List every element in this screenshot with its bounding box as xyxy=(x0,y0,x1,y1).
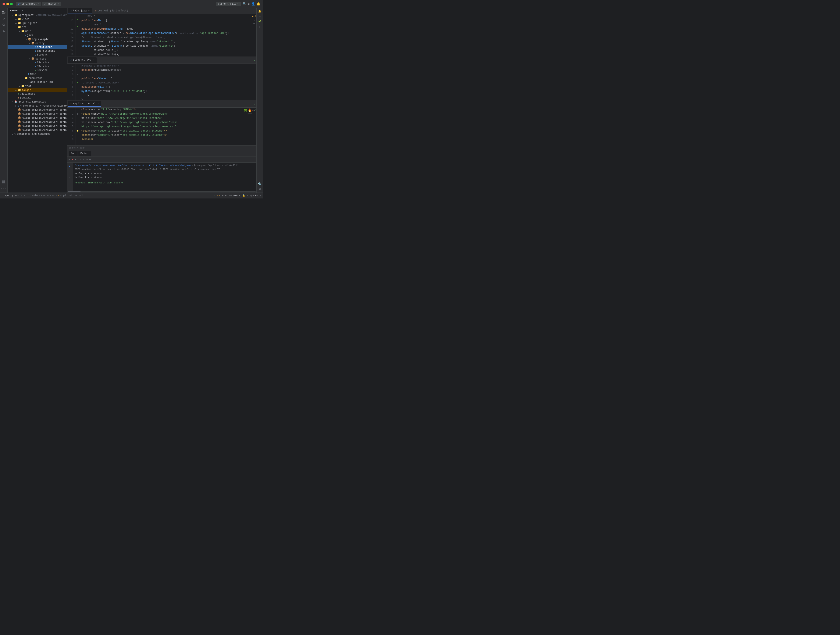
gradle-panel-icon[interactable]: 🔩 xyxy=(257,181,262,186)
tree-item-resources[interactable]: ▾ 📁 resources xyxy=(8,76,67,80)
git-branch-status[interactable]: ⎇ SpringTest xyxy=(2,194,19,197)
spring-icon[interactable]: 🌿 xyxy=(244,109,248,112)
close-button[interactable] xyxy=(3,3,5,5)
tab-close-icon[interactable]: ✕ xyxy=(88,9,90,12)
tree-item-artstudent[interactable]: C ArtStudent xyxy=(8,45,67,49)
tree-item-maven-beans[interactable]: 📦 Maven: org.springframework:spring-bean… xyxy=(8,112,67,116)
tree-item-maven-expression[interactable]: 📦 Maven: org.springframework:spring-expr… xyxy=(8,124,67,128)
tree-item-maven-aop[interactable]: 📦 Maven: org.springframework:spring-aop:… xyxy=(8,108,67,112)
tree-item-maven-core[interactable]: 📦 Maven: org.springframework:spring-core… xyxy=(8,120,67,124)
expand-gutter-icon[interactable]: ⊞ xyxy=(76,72,80,76)
spring-panel-icon[interactable]: 🌱 xyxy=(257,19,262,24)
tree-item-idea[interactable]: ▶ 📁 .idea xyxy=(8,17,67,21)
tab-pom-xml[interactable]: m pom.xml (SpringTest) xyxy=(93,8,131,14)
maven-panel-icon[interactable]: m xyxy=(258,14,261,19)
run-gutter-icon[interactable]: ▶ xyxy=(76,25,80,28)
tree-item-bservice[interactable]: I BService xyxy=(8,65,67,68)
expand-gutter-icon[interactable]: ⊞ xyxy=(76,112,80,116)
tree-item-aservice[interactable]: I AService xyxy=(8,61,67,65)
maximize-button[interactable] xyxy=(10,3,13,5)
tree-item-corretto[interactable]: ▶ ☕ < corretto-17 > /Users/eve/Library/J… xyxy=(8,104,67,108)
code-editor-pane2[interactable]: 9 usages 2 inheritors new * package org.… xyxy=(80,64,256,100)
tree-item-external-libs[interactable]: ▾ 📚 External Libraries xyxy=(8,100,67,104)
main-run-tab[interactable]: Main ✕ xyxy=(78,151,91,156)
tree-item-sportstudent[interactable]: C SportStudent xyxy=(8,49,67,53)
error-icon[interactable]: ⚠ xyxy=(252,109,254,112)
plugins-icon[interactable] xyxy=(1,179,7,185)
run-debug-icon[interactable] xyxy=(1,28,7,34)
down-arrow-icon[interactable]: ↓ xyxy=(67,175,73,180)
tree-item-target[interactable]: ▶ 📁 target xyxy=(8,88,67,92)
collapse-icon[interactable]: − xyxy=(253,22,255,25)
run-gutter-icon[interactable]: ▶ xyxy=(76,18,80,21)
more-icon[interactable]: ⋯ xyxy=(88,158,92,162)
endpoints-panel-icon[interactable]: ⚡ xyxy=(258,25,261,30)
tree-item-application-xml[interactable]: ✦ application.xml xyxy=(8,80,67,84)
tree-item-java[interactable]: ▾ ☕ java xyxy=(8,33,67,37)
notifications-icon[interactable]: 🔔 xyxy=(257,2,260,6)
rerun-icon[interactable]: ↺ xyxy=(68,158,71,162)
tree-item-springtest-root[interactable]: ▾ 📁 SpringTest ~/Desktop/CS/JavaEE/2 Jav… xyxy=(8,13,67,17)
search-icon[interactable]: 🔍 xyxy=(243,2,246,6)
encoding-status[interactable]: UTF-8 xyxy=(234,194,240,197)
tree-item-main[interactable]: ▾ 📁 main xyxy=(8,29,67,33)
stop-icon[interactable]: ■ xyxy=(71,158,74,162)
line-col-status[interactable]: 7:22 xyxy=(222,194,227,197)
tree-item-src[interactable]: ▾ 📁 src xyxy=(8,25,67,29)
tab-student-java[interactable]: J Student.java ✕ xyxy=(68,57,96,63)
scrollbar-thumb[interactable] xyxy=(68,191,81,192)
bulb-gutter-icon[interactable]: 💡 xyxy=(76,129,80,133)
tree-item-test[interactable]: ▶ 📁 test xyxy=(8,84,67,88)
resume-icon[interactable]: ▶ xyxy=(74,158,77,162)
fire-icon[interactable]: 🔥 xyxy=(248,109,251,112)
tab-main-java[interactable]: J Main.java ✕ xyxy=(68,8,92,14)
tree-item-maven-jcl[interactable]: 📦 Maven: org.springframework:spring-jcl:… xyxy=(8,128,67,132)
user-icon[interactable]: 👤 xyxy=(251,2,255,6)
tab-application-xml[interactable]: ✦ application.xml ✕ xyxy=(68,101,101,107)
tree-item-maven-context[interactable]: 📦 Maven: org.springframework:spring-cont… xyxy=(8,116,67,120)
tree-item-service[interactable]: ▾ 📦 service xyxy=(8,57,67,61)
code-editor-pane3[interactable]: <?xml version="1.0" encoding="UTF-8"?> <… xyxy=(80,107,243,145)
current-file-button[interactable]: Current File ▾ xyxy=(216,2,241,6)
notifications-panel-icon[interactable]: 🔔 xyxy=(257,9,262,14)
tree-item-scratches[interactable]: ▶ ✎ Scratches and Consoles xyxy=(8,132,67,136)
tree-item-pom-xml[interactable]: m pom.xml xyxy=(8,96,67,100)
run-tab-close-icon[interactable]: ✕ xyxy=(87,152,88,155)
tree-item-gitignore[interactable]: ⊙ .gitignore xyxy=(8,92,67,96)
tabs-more-button[interactable]: ⋮ xyxy=(249,102,253,106)
readonly-icon[interactable]: 🔒 xyxy=(242,194,245,197)
tabs-more-button[interactable]: ⋮ xyxy=(253,9,256,13)
expand-icon[interactable]: ⌄ xyxy=(253,18,255,21)
tab-close-icon[interactable]: ✕ xyxy=(93,59,94,61)
code-editor-pane1[interactable]: new * public class Main { new * public s… xyxy=(80,14,252,57)
branch-badge[interactable]: ⎇ master ▾ xyxy=(43,2,61,6)
line-ending-status[interactable]: LF xyxy=(229,194,232,197)
tree-item-springtest[interactable]: ▶ 📁 SpringTest xyxy=(8,21,67,25)
tree-item-main-class[interactable]: C Main xyxy=(8,72,67,76)
settings-run-icon[interactable]: ⚙ xyxy=(85,158,88,162)
vcs-status[interactable]: ✓ xyxy=(213,194,215,197)
share-icon[interactable]: ⬆ xyxy=(260,194,261,197)
tree-item-org-example[interactable]: ▾ 📦 org.example xyxy=(8,37,67,41)
tab-close-icon[interactable]: ✕ xyxy=(98,102,99,105)
run-tab[interactable]: Run xyxy=(69,151,77,156)
warnings-status[interactable]: ▲ 2 xyxy=(216,194,220,197)
scrollbar-track[interactable] xyxy=(68,191,256,192)
settings-icon[interactable]: ⚙ xyxy=(248,2,249,6)
tree-item-entity[interactable]: ▾ 📦 entity xyxy=(8,41,67,45)
project-view-icon[interactable] xyxy=(1,9,7,15)
run-gutter-icon[interactable]: ● xyxy=(76,81,80,85)
indent-status[interactable]: 4 spaces xyxy=(247,194,258,197)
database-panel-icon[interactable]: 🗄 xyxy=(258,187,262,192)
sidebar-header[interactable]: Project ▾ xyxy=(8,8,67,13)
check-icon[interactable]: ✓ xyxy=(254,109,256,112)
tree-item-student[interactable]: C Student xyxy=(8,53,67,57)
tabs-more-button[interactable]: ⋮ xyxy=(249,58,253,62)
more-tools-icon[interactable]: ··· xyxy=(1,185,7,191)
tree-item-service-class[interactable]: ⊕ Service xyxy=(8,68,67,72)
minimize-button[interactable] xyxy=(6,3,9,5)
find-icon[interactable] xyxy=(1,22,7,28)
vcs-icon[interactable] xyxy=(1,16,7,22)
project-name-badge[interactable]: ST SpringTest ▾ xyxy=(16,2,41,6)
scroll-end-icon[interactable]: ⇣ xyxy=(79,158,82,162)
